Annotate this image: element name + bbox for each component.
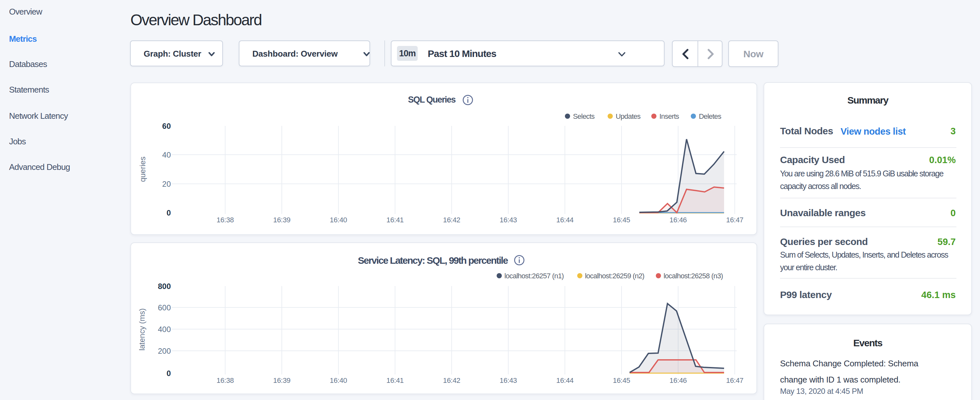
svg-text:16:47: 16:47 bbox=[726, 376, 743, 384]
svg-text:queries: queries bbox=[138, 157, 147, 182]
svg-text:16:38: 16:38 bbox=[216, 216, 234, 224]
svg-text:0: 0 bbox=[167, 209, 171, 217]
svg-text:16:47: 16:47 bbox=[726, 216, 743, 224]
svg-text:Selects: Selects bbox=[573, 112, 595, 120]
svg-text:Updates: Updates bbox=[616, 112, 641, 120]
svg-text:16:45: 16:45 bbox=[613, 376, 630, 384]
svg-text:40: 40 bbox=[162, 150, 171, 159]
svg-text:Deletes: Deletes bbox=[699, 112, 721, 120]
svg-text:16:44: 16:44 bbox=[556, 216, 574, 224]
svg-text:20: 20 bbox=[162, 180, 171, 188]
svg-text:16:39: 16:39 bbox=[273, 376, 291, 384]
svg-text:400: 400 bbox=[158, 325, 171, 334]
svg-text:600: 600 bbox=[158, 303, 171, 312]
svg-text:800: 800 bbox=[158, 282, 171, 291]
svg-text:16:43: 16:43 bbox=[500, 376, 517, 384]
svg-text:16:38: 16:38 bbox=[216, 376, 234, 384]
svg-text:16:46: 16:46 bbox=[670, 216, 687, 224]
svg-text:16:40: 16:40 bbox=[330, 216, 347, 224]
svg-text:Inserts: Inserts bbox=[659, 112, 679, 120]
svg-text:16:45: 16:45 bbox=[613, 216, 630, 224]
svg-text:16:42: 16:42 bbox=[443, 376, 460, 384]
svg-text:60: 60 bbox=[162, 122, 171, 131]
svg-text:16:46: 16:46 bbox=[670, 376, 687, 384]
svg-text:16:42: 16:42 bbox=[443, 216, 460, 224]
svg-text:16:41: 16:41 bbox=[386, 216, 404, 224]
svg-text:localhost:26257 (n1): localhost:26257 (n1) bbox=[504, 272, 563, 280]
svg-text:16:39: 16:39 bbox=[273, 216, 291, 224]
svg-text:0: 0 bbox=[167, 369, 171, 378]
svg-text:16:40: 16:40 bbox=[330, 376, 347, 384]
svg-text:localhost:26259 (n2): localhost:26259 (n2) bbox=[585, 272, 644, 280]
svg-text:latency (ms): latency (ms) bbox=[137, 308, 146, 351]
svg-text:16:41: 16:41 bbox=[386, 376, 404, 384]
svg-text:16:44: 16:44 bbox=[556, 376, 574, 384]
svg-text:localhost:26258 (n3): localhost:26258 (n3) bbox=[663, 272, 723, 280]
svg-text:200: 200 bbox=[158, 347, 171, 355]
svg-text:16:43: 16:43 bbox=[500, 216, 517, 224]
